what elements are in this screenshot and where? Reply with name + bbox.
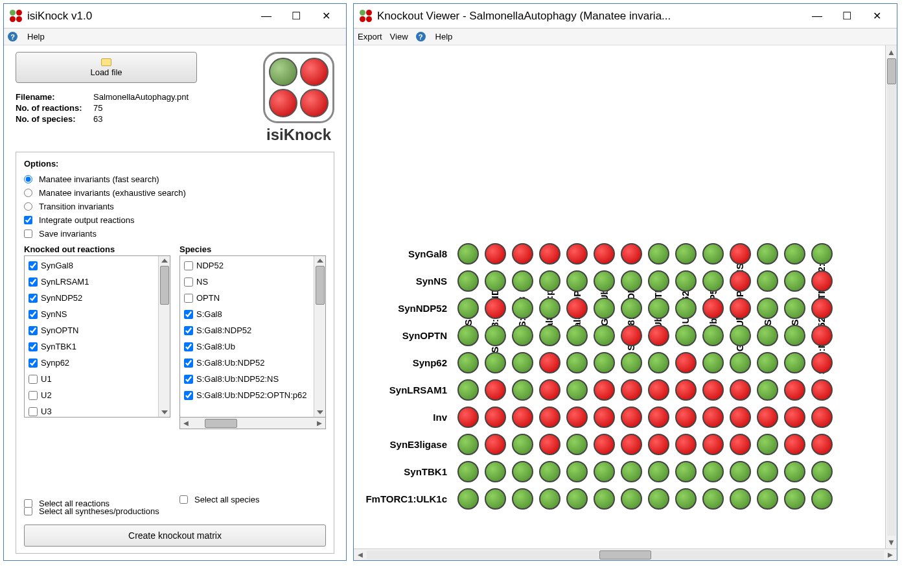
green-dot-icon: [784, 488, 805, 510]
list-checkbox[interactable]: [29, 310, 38, 319]
matrix-cell: [672, 294, 699, 322]
matrix-cell: [618, 294, 645, 322]
list-checkbox[interactable]: [29, 375, 38, 384]
list-checkbox[interactable]: [184, 326, 193, 335]
list-item[interactable]: SynLRSAM1: [26, 274, 157, 290]
list-item[interactable]: U2: [26, 387, 157, 403]
list-checkbox[interactable]: [184, 375, 193, 384]
list-item[interactable]: S:Gal8:Ub:NDP52:NS: [181, 371, 312, 387]
checkbox-save-invariants[interactable]: Save invariants: [24, 229, 326, 239]
list-checkbox[interactable]: [29, 326, 38, 335]
row-label: SynE3ligase: [354, 439, 451, 450]
green-dot-icon: [457, 325, 479, 346]
list-item[interactable]: SynOPTN: [26, 322, 157, 338]
list-checkbox[interactable]: [29, 294, 38, 303]
scrollbar-vertical[interactable]: [158, 256, 170, 417]
green-dot-icon: [675, 243, 697, 265]
list-item[interactable]: U1: [26, 371, 157, 387]
menu-view[interactable]: View: [390, 32, 408, 41]
list-item[interactable]: S:Gal8:Ub:NDP52: [181, 355, 312, 371]
scrollbar-vertical[interactable]: ▲▼: [885, 45, 897, 548]
green-dot-icon: [594, 352, 615, 373]
list-checkbox[interactable]: [184, 391, 193, 400]
app-icon: [359, 10, 372, 23]
reactions-listbox[interactable]: SynGal8SynLRSAM1SynNDP52SynNSSynOPTNSynT…: [25, 256, 158, 417]
minimize-button[interactable]: —: [802, 6, 832, 26]
matrix-cell: [481, 458, 509, 485]
list-item[interactable]: NDP52: [181, 257, 312, 274]
list-checkbox[interactable]: [184, 359, 193, 368]
green-dot-icon: [512, 325, 533, 346]
list-checkbox[interactable]: [29, 342, 38, 351]
checkbox-select-all-species[interactable]: Select all species: [179, 495, 326, 504]
matrix-cell: [808, 349, 835, 376]
list-item[interactable]: S:Gal8: [181, 306, 312, 322]
list-item[interactable]: OPTN: [181, 290, 312, 306]
radio-transition[interactable]: Transition invariants: [24, 202, 326, 211]
checkbox-integrate[interactable]: Integrate output reactions: [24, 215, 326, 225]
matrix-cell: [563, 485, 590, 512]
list-item[interactable]: S:Gal8:Ub: [181, 338, 312, 355]
load-file-button[interactable]: Load file: [16, 52, 197, 83]
list-checkbox[interactable]: [184, 310, 193, 319]
list-item-label: OPTN: [196, 293, 220, 303]
green-dot-icon: [512, 434, 533, 455]
list-checkbox[interactable]: [29, 391, 38, 400]
matrix-cell: [645, 403, 672, 430]
list-checkbox[interactable]: [29, 277, 38, 287]
matrix-cell: [563, 430, 590, 458]
matrix-cell: [781, 322, 808, 349]
list-item[interactable]: S:Gal8:Ub:NDP52:OPTN:p62: [181, 387, 312, 403]
matrix-cell: [536, 376, 563, 403]
minimize-button[interactable]: —: [251, 6, 281, 26]
list-checkbox[interactable]: [29, 261, 38, 270]
close-button[interactable]: ✕: [311, 6, 341, 26]
close-button[interactable]: ✕: [862, 6, 892, 26]
matrix-cell: [672, 322, 699, 349]
create-matrix-button[interactable]: Create knockout matrix: [24, 525, 326, 547]
radio-manatee-fast[interactable]: Manatee invariants (fast search): [24, 174, 326, 184]
scrollbar-horizontal[interactable]: ◄►: [354, 548, 897, 560]
menu-help[interactable]: Help: [435, 32, 453, 41]
list-item[interactable]: S:Gal8:NDP52: [181, 322, 312, 338]
list-item[interactable]: U3: [26, 403, 157, 417]
list-checkbox[interactable]: [184, 342, 193, 351]
matrix-cell: [781, 349, 808, 376]
scrollbar-horizontal[interactable]: ◄►: [179, 418, 326, 429]
maximize-button[interactable]: ☐: [832, 6, 862, 26]
menu-help[interactable]: Help: [27, 32, 45, 41]
list-item[interactable]: SynNDP52: [26, 290, 157, 306]
list-item[interactable]: SynGal8: [26, 257, 157, 274]
green-dot-icon: [702, 270, 724, 292]
list-checkbox[interactable]: [184, 294, 193, 303]
scrollbar-vertical[interactable]: [314, 256, 325, 417]
matrix-cell: [563, 322, 590, 349]
species-listbox[interactable]: NDP52NSOPTNS:Gal8S:Gal8:NDP52S:Gal8:UbS:…: [180, 256, 314, 417]
list-checkbox[interactable]: [184, 261, 193, 270]
maximize-button[interactable]: ☐: [281, 6, 311, 26]
list-item[interactable]: SynNS: [26, 306, 157, 322]
list-item[interactable]: NS: [181, 274, 312, 290]
list-checkbox[interactable]: [184, 277, 193, 287]
matrix-cell: [754, 458, 781, 485]
matrix-cell: [618, 403, 645, 430]
matrix-cell: [618, 458, 645, 485]
matrix-cell: [454, 458, 481, 485]
list-item[interactable]: Synp62: [26, 355, 157, 371]
matrix-cell: [699, 349, 726, 376]
matrix-cell: [699, 458, 726, 485]
list-checkbox[interactable]: [29, 407, 38, 416]
matrix-cell: [563, 376, 590, 403]
matrix-cell: [754, 240, 781, 267]
checkbox-select-all-syntheses[interactable]: Select all syntheses/productions: [24, 506, 326, 516]
radio-manatee-exhaustive[interactable]: Manatee invariants (exhaustive search): [24, 188, 326, 198]
green-dot-icon: [457, 379, 479, 401]
menu-export[interactable]: Export: [358, 32, 382, 41]
matrix-cell: [726, 322, 754, 349]
matrix-cell: [536, 322, 563, 349]
matrix-cell: [618, 485, 645, 512]
row-label: SynGal8: [354, 248, 451, 259]
list-item[interactable]: SynTBK1: [26, 338, 157, 355]
matrix-cell: [781, 376, 808, 403]
list-checkbox[interactable]: [29, 359, 38, 368]
